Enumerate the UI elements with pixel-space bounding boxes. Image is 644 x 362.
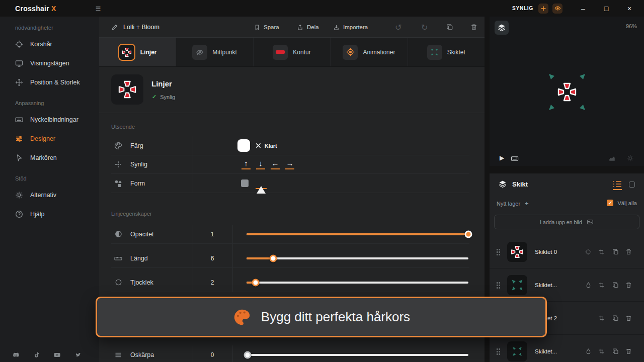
upload-image-button[interactable]: Ladda upp en bild	[494, 215, 639, 229]
delete-icon[interactable]	[625, 348, 632, 354]
thickness-value[interactable]: 2	[193, 279, 232, 286]
appearance-section-label: Utseende	[111, 124, 135, 130]
square-shape-option[interactable]	[241, 179, 249, 187]
grid-view-toggle[interactable]	[629, 182, 635, 188]
sidebar-item-label: Markören	[30, 154, 57, 161]
triangle-shape-option-selected[interactable]	[256, 177, 267, 189]
chart-icon[interactable]	[608, 155, 616, 162]
layer-thumbnail-crosshair[interactable]	[507, 242, 527, 262]
overlay-status-label: SYNLIG	[512, 6, 533, 11]
discord-icon[interactable]	[12, 351, 20, 358]
menu-icon[interactable]: ≡	[96, 4, 101, 13]
frame-icon[interactable]	[598, 248, 605, 255]
slider-knob[interactable]	[269, 254, 277, 262]
sidebar-item-alternativ[interactable]: Alternativ	[0, 186, 99, 205]
editor-tabs: Linjer Mittpunkt Kontur Animationer Skik…	[99, 38, 485, 67]
layer-thumbnail-teal[interactable]	[507, 341, 527, 361]
tab-skiktet[interactable]: Skiktet	[408, 38, 485, 66]
maximize-button[interactable]: □	[595, 0, 618, 17]
layers-teal-icon	[427, 45, 442, 60]
sidebar-item-markoren[interactable]: Markören	[0, 148, 99, 167]
drag-handle[interactable]	[496, 282, 501, 289]
delete-icon[interactable]	[470, 17, 477, 38]
clear-color-button[interactable]: Klart	[256, 143, 277, 149]
toast-message: Bygg ditt perfekta hårkors	[261, 309, 410, 325]
import-button[interactable]: Importera	[333, 17, 368, 38]
ink-icon[interactable]	[585, 282, 592, 289]
slider-knob[interactable]	[244, 351, 252, 359]
duplicate-icon[interactable]	[612, 348, 619, 354]
tab-linjer[interactable]: Linjer	[99, 38, 176, 66]
sidebar-item-visningslagen[interactable]: Visningslägen	[0, 54, 99, 73]
sidebar-item-korshar[interactable]: Korshår	[0, 35, 99, 54]
length-slider[interactable]	[247, 257, 468, 259]
youtube-icon[interactable]	[53, 351, 61, 358]
upload-label: Ladda upp en bild	[540, 219, 582, 225]
arrow-left-toggle[interactable]: ←	[271, 159, 280, 169]
keyboard-icon[interactable]	[511, 155, 519, 162]
duplicate-icon[interactable]	[612, 248, 619, 255]
help-icon	[15, 210, 23, 218]
twitter-icon[interactable]	[74, 351, 82, 358]
duplicate-icon[interactable]	[612, 282, 619, 288]
tab-animationer[interactable]: Animationer	[331, 38, 408, 66]
tiktok-icon[interactable]	[33, 351, 40, 358]
slider-knob[interactable]	[252, 279, 259, 286]
arrow-up-toggle[interactable]: ↑	[242, 159, 251, 169]
frame-icon[interactable]	[598, 282, 605, 288]
gear-icon[interactable]	[626, 154, 634, 162]
motion-target-icon[interactable]	[585, 248, 592, 255]
layer-row-3[interactable]: Skiktet...	[490, 335, 644, 362]
drag-handle[interactable]	[496, 348, 501, 355]
delete-icon[interactable]	[625, 282, 632, 288]
sidebar-item-hjalp[interactable]: Hjälp	[0, 205, 99, 224]
arrow-right-toggle[interactable]: →	[285, 159, 294, 169]
share-button[interactable]: Dela	[297, 17, 319, 38]
shape-label: Form	[130, 180, 145, 187]
sidebar-item-designer[interactable]: Designer	[0, 129, 99, 148]
tab-kontur[interactable]: Kontur	[254, 38, 331, 66]
layers-panel-title: Skikt	[512, 180, 528, 188]
image-icon	[587, 219, 594, 225]
layer-thumbnail-teal[interactable]	[507, 275, 527, 295]
tab-mittpunkt[interactable]: Mittpunkt	[176, 38, 253, 66]
play-icon[interactable]: ▶	[500, 154, 504, 161]
close-button[interactable]: ×	[618, 0, 641, 17]
tab-label: Mittpunkt	[212, 49, 237, 56]
duplicate-icon[interactable]	[446, 17, 453, 38]
crosshair-dashes-icon	[114, 160, 123, 168]
select-all-control[interactable]: ✓ Välj alla	[607, 200, 637, 206]
undo-icon[interactable]: ↺	[395, 17, 401, 38]
delete-icon[interactable]	[625, 315, 632, 321]
preset-name-group[interactable]: Lolli + Bloom	[111, 17, 159, 38]
delete-icon[interactable]	[625, 248, 632, 255]
blur-slider[interactable]	[247, 354, 468, 356]
drag-handle[interactable]	[496, 248, 501, 256]
layer-row-0[interactable]: Skiktet 0	[490, 235, 644, 268]
opacity-slider[interactable]	[247, 233, 468, 235]
frame-icon[interactable]	[598, 315, 605, 321]
ink-icon[interactable]	[585, 348, 592, 355]
slider-knob[interactable]	[465, 230, 472, 238]
sidebar-item-nyckelbindningar[interactable]: Nyckelbindningar	[0, 110, 99, 129]
select-all-checkbox[interactable]: ✓	[607, 200, 613, 206]
opacity-label: Opacitet	[130, 231, 154, 238]
color-swatch[interactable]	[237, 139, 250, 152]
layers-button[interactable]	[495, 21, 509, 35]
length-value[interactable]: 6	[193, 255, 232, 262]
frame-icon[interactable]	[598, 348, 605, 354]
thickness-slider[interactable]	[247, 282, 468, 284]
opacity-value[interactable]: 1	[193, 231, 232, 238]
blur-value[interactable]: 0	[193, 351, 232, 358]
gear-icon	[15, 191, 23, 199]
visibility-eye-icon[interactable]	[552, 4, 562, 14]
sidebar-item-position-storlek[interactable]: Position & Storlek	[0, 73, 99, 92]
redo-icon[interactable]: ↻	[421, 17, 428, 38]
minimize-button[interactable]: –	[572, 0, 595, 17]
list-view-toggle[interactable]	[613, 180, 622, 190]
sidebar-section-label: nödvändigheter	[0, 17, 99, 35]
crosshair-toggle-icon[interactable]	[538, 4, 548, 14]
save-button[interactable]: Spara	[254, 17, 279, 38]
arrow-down-toggle[interactable]: ↓	[256, 159, 265, 169]
duplicate-icon[interactable]	[612, 315, 619, 321]
